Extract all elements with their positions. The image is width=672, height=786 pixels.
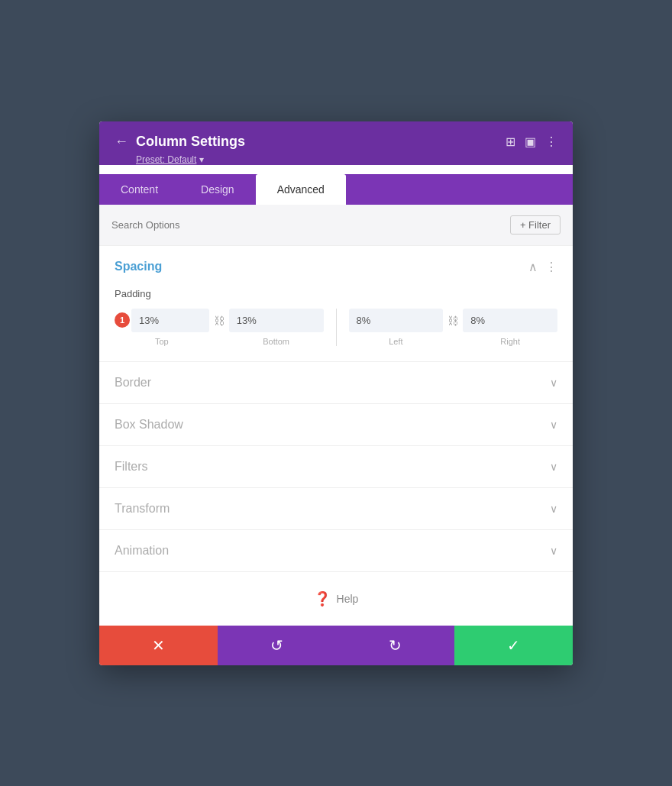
box-shadow-chevron[interactable]: ∨ [550,419,557,431]
box-shadow-section-header[interactable]: Box Shadow ∨ [99,404,573,445]
border-section: Border ∨ [99,362,573,404]
tabs-bar: Content Design Advanced [99,174,573,205]
cancel-button[interactable]: ✕ [99,626,218,665]
bottom-label: Bottom [263,337,289,346]
undo-button[interactable]: ↺ [218,626,336,665]
spacing-section: Spacing ∧ ⋮ Padding 1 [99,246,573,362]
left-right-group: Left ⛓ Right [349,309,558,346]
top-field-wrapper: 1 Top [115,309,209,346]
help-row: ❓ Help [99,572,573,626]
right-field-wrapper: Right [463,309,557,346]
box-shadow-section: Box Shadow ∨ [99,404,573,446]
animation-title: Animation [115,544,169,558]
spacing-controls: ∧ ⋮ [528,260,557,274]
save-button[interactable]: ✓ [454,626,573,665]
bottom-input-row [229,309,324,332]
padding-bottom-input[interactable] [229,309,324,332]
padding-separator [336,309,337,346]
help-icon[interactable]: ❓ [314,590,331,607]
spacing-content: Padding 1 Top [99,288,573,361]
help-text: Help [337,593,359,605]
left-input-row [349,309,444,332]
spacing-more-icon[interactable]: ⋮ [545,260,557,274]
modal-title: Column Settings [136,134,245,150]
search-input[interactable] [111,219,510,231]
columns-icon[interactable]: ▣ [525,134,536,149]
top-bottom-group: 1 Top ⛓ [115,309,324,346]
back-button[interactable]: ← [115,134,128,150]
badge-1: 1 [115,312,130,328]
search-bar: + Filter [99,205,573,246]
spacing-collapse-icon[interactable]: ∧ [528,260,538,274]
column-settings-modal: ← Column Settings ⊞ ▣ ⋮ Preset: Default … [99,121,573,665]
preset-selector[interactable]: Preset: Default ▾ [136,154,557,165]
animation-section-header[interactable]: Animation ∨ [99,530,573,571]
tab-advanced[interactable]: Advanced [256,174,346,205]
filters-title: Filters [115,460,148,474]
left-right-link-icon[interactable]: ⛓ [444,315,461,327]
padding-label: Padding [115,288,557,299]
left-right-pair: Left ⛓ Right [349,309,558,346]
spacing-section-header[interactable]: Spacing ∧ ⋮ [99,246,573,288]
resize-icon[interactable]: ⊞ [506,134,515,149]
transform-title: Transform [115,502,170,516]
spacing-title: Spacing [115,260,162,273]
animation-section: Animation ∨ [99,530,573,572]
title-left: ← Column Settings [115,134,245,150]
transform-section-header[interactable]: Transform ∨ [99,488,573,529]
border-chevron[interactable]: ∨ [550,377,557,389]
more-icon[interactable]: ⋮ [545,134,557,149]
filters-chevron[interactable]: ∨ [550,461,557,473]
border-section-header[interactable]: Border ∨ [99,362,573,403]
modal-header: ← Column Settings ⊞ ▣ ⋮ Preset: Default … [99,121,573,165]
top-input-row: 1 [115,309,209,332]
animation-chevron[interactable]: ∨ [550,545,557,557]
footer-actions: ✕ ↺ ↻ ✓ [99,626,573,665]
redo-button[interactable]: ↻ [336,626,454,665]
title-row: ← Column Settings ⊞ ▣ ⋮ [115,134,557,150]
padding-left-input[interactable] [349,309,444,332]
filters-section: Filters ∨ [99,446,573,488]
tab-design[interactable]: Design [179,174,256,205]
left-field-wrapper: Left [349,309,444,346]
header-icons: ⊞ ▣ ⋮ [506,134,557,149]
transform-section: Transform ∨ [99,488,573,530]
right-label: Right [500,337,520,346]
top-bottom-pair: 1 Top ⛓ [115,309,324,346]
padding-right-input[interactable] [463,309,557,332]
box-shadow-title: Box Shadow [115,418,183,432]
tab-content[interactable]: Content [99,174,179,205]
bottom-field-wrapper: Bottom [229,309,324,346]
padding-fields: 1 Top ⛓ [115,309,557,346]
right-input-row [463,309,557,332]
content-area: Spacing ∧ ⋮ Padding 1 [99,246,573,626]
left-label: Left [389,337,402,346]
top-bottom-link-icon[interactable]: ⛓ [211,315,228,327]
filters-section-header[interactable]: Filters ∨ [99,446,573,487]
border-title: Border [115,376,151,390]
filter-button[interactable]: + Filter [510,215,561,235]
transform-chevron[interactable]: ∨ [550,503,557,515]
top-label: Top [155,337,169,346]
padding-top-input[interactable] [131,309,209,332]
